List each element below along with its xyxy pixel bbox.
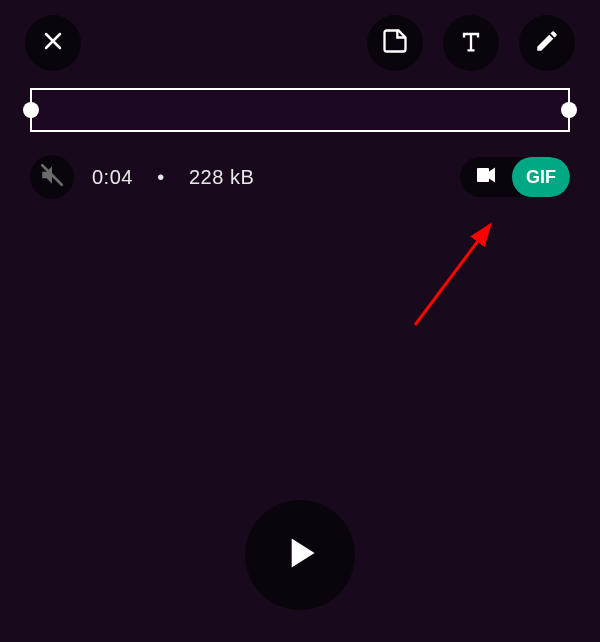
text-icon — [457, 27, 485, 59]
close-icon — [41, 29, 65, 57]
media-size: 228 kB — [189, 166, 254, 188]
text-button[interactable] — [443, 15, 499, 71]
sticker-icon — [381, 27, 409, 59]
play-icon — [275, 528, 325, 582]
play-button[interactable] — [245, 500, 355, 610]
editing-tools — [367, 15, 575, 71]
draw-button[interactable] — [519, 15, 575, 71]
media-duration: 0:04 — [92, 166, 133, 188]
video-icon — [474, 163, 498, 191]
mute-button[interactable] — [30, 155, 74, 199]
meta-separator: • — [157, 166, 165, 188]
top-toolbar — [0, 15, 600, 71]
svg-line-3 — [415, 225, 490, 325]
sticker-button[interactable] — [367, 15, 423, 71]
toggle-video[interactable] — [460, 157, 512, 197]
gif-label: GIF — [526, 167, 556, 188]
close-button[interactable] — [25, 15, 81, 71]
annotation-arrow — [405, 215, 515, 335]
speaker-muted-icon — [39, 162, 65, 192]
trim-handle-start[interactable] — [23, 102, 39, 118]
pencil-icon — [534, 28, 560, 58]
video-gif-toggle[interactable]: GIF — [460, 157, 570, 197]
trim-timeline[interactable] — [30, 88, 570, 132]
media-info-row: 0:04 • 228 kB GIF — [30, 155, 570, 199]
media-meta: 0:04 • 228 kB — [92, 166, 254, 189]
trim-handle-end[interactable] — [561, 102, 577, 118]
toggle-gif[interactable]: GIF — [512, 157, 570, 197]
